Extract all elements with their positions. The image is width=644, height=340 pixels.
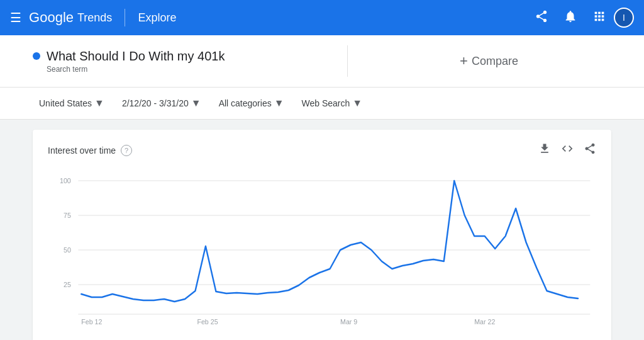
date-range-label: 2/12/20 - 3/31/20 bbox=[122, 98, 189, 108]
app-header: ☰ Google Trends Explore I bbox=[0, 0, 644, 35]
share-header-icon[interactable] bbox=[535, 9, 548, 26]
term-color-dot bbox=[33, 52, 40, 60]
svg-text:Mar 9: Mar 9 bbox=[340, 318, 357, 326]
search-type-label: Search term bbox=[47, 65, 335, 74]
date-range-filter[interactable]: 2/12/20 - 3/31/20 ▼ bbox=[116, 94, 208, 113]
chart-header: Interest over time ? bbox=[48, 142, 596, 158]
category-filter[interactable]: All categories ▼ bbox=[213, 94, 291, 113]
svg-text:Mar 22: Mar 22 bbox=[474, 318, 495, 326]
search-type-label: Web Search bbox=[302, 98, 350, 108]
search-term-box: What Should I Do With my 401k Search ter… bbox=[33, 49, 347, 74]
google-logo-text: Google bbox=[29, 9, 74, 26]
chart-title: Interest over time bbox=[48, 145, 116, 156]
search-term-text: What Should I Do With my 401k bbox=[47, 49, 225, 64]
category-chevron-icon: ▼ bbox=[274, 98, 284, 109]
trends-logo-text: Trends bbox=[77, 11, 112, 25]
download-icon[interactable] bbox=[538, 142, 551, 158]
chart-actions bbox=[538, 142, 596, 158]
search-type-chevron-icon: ▼ bbox=[352, 98, 362, 109]
svg-text:Feb 25: Feb 25 bbox=[197, 318, 218, 326]
header-divider bbox=[125, 9, 125, 26]
search-area: What Should I Do With my 401k Search ter… bbox=[0, 35, 644, 88]
embed-icon[interactable] bbox=[561, 142, 574, 158]
interest-chart-svg: 100 75 50 25 Feb 12 Feb 25 Mar 9 Mar 22 bbox=[48, 168, 596, 332]
date-chevron-icon: ▼ bbox=[191, 98, 201, 109]
search-type-filter[interactable]: Web Search ▼ bbox=[296, 94, 369, 113]
filter-bar: United States ▼ 2/12/20 - 3/31/20 ▼ All … bbox=[0, 88, 644, 120]
category-label: All categories bbox=[219, 98, 272, 108]
help-icon[interactable]: ? bbox=[121, 145, 132, 156]
explore-label: Explore bbox=[138, 11, 176, 25]
svg-text:50: 50 bbox=[64, 246, 71, 254]
region-filter-label: United States bbox=[39, 98, 92, 108]
region-chevron-icon: ▼ bbox=[94, 98, 104, 109]
svg-text:25: 25 bbox=[64, 281, 71, 288]
notifications-icon[interactable] bbox=[564, 9, 577, 26]
svg-text:100: 100 bbox=[60, 177, 71, 184]
main-content: Interest over time ? 100 bbox=[0, 120, 644, 340]
google-trends-logo: Google Trends bbox=[29, 9, 112, 26]
compare-button[interactable]: + Compare bbox=[347, 45, 611, 77]
chart-container: 100 75 50 25 Feb 12 Feb 25 Mar 9 Mar 22 bbox=[48, 168, 596, 332]
interest-over-time-card: Interest over time ? 100 bbox=[33, 130, 611, 340]
compare-plus-icon: + bbox=[460, 53, 468, 69]
region-filter[interactable]: United States ▼ bbox=[33, 94, 111, 113]
search-term-row: What Should I Do With my 401k bbox=[33, 49, 335, 64]
chart-title-area: Interest over time ? bbox=[48, 145, 132, 156]
svg-text:75: 75 bbox=[64, 212, 71, 219]
menu-icon[interactable]: ☰ bbox=[10, 10, 21, 25]
share-chart-icon[interactable] bbox=[584, 142, 596, 158]
apps-icon[interactable] bbox=[592, 9, 606, 26]
compare-label: Compare bbox=[472, 55, 518, 68]
user-avatar[interactable]: I bbox=[614, 8, 634, 28]
svg-text:Feb 12: Feb 12 bbox=[81, 318, 102, 326]
